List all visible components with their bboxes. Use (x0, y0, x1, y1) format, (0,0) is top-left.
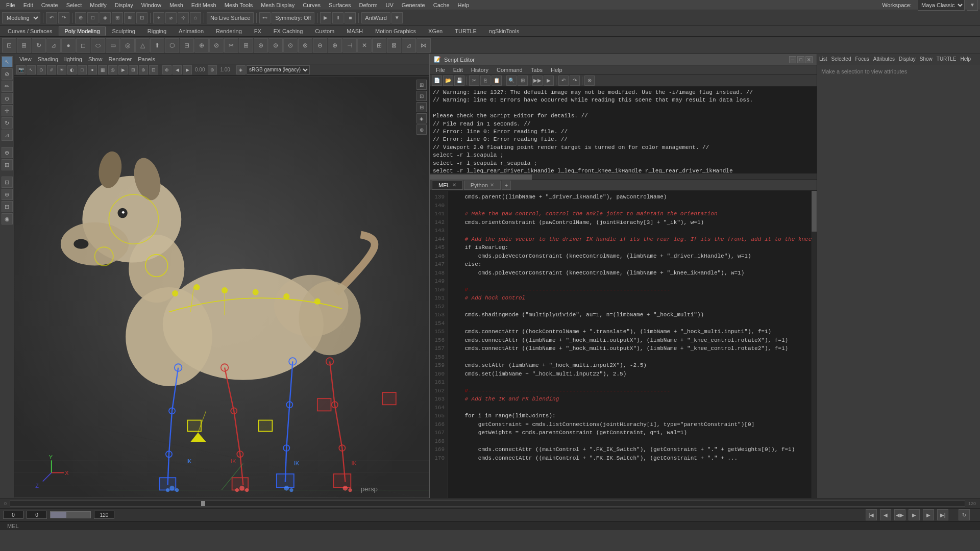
tab-poly-modeling[interactable]: Poly Modeling (59, 27, 105, 36)
se-right-scrollbar[interactable] (812, 191, 817, 498)
tool-show-manip[interactable]: ⊡ (2, 177, 13, 188)
timeline-bar[interactable] (10, 500, 965, 507)
shelf-icon-scale[interactable]: ⊿ (46, 38, 61, 53)
tab-curves-surfaces[interactable]: Curves / Surfaces (2, 27, 58, 35)
timeline-thumb[interactable] (201, 501, 205, 506)
tool-scale[interactable]: ⊿ (2, 130, 13, 141)
attr-tab-attributes[interactable]: Attributes (873, 56, 895, 62)
menu-edit[interactable]: Edit (19, 2, 37, 8)
menu-display[interactable]: Display (111, 2, 137, 8)
vp-side-icon5[interactable]: ⊕ (416, 124, 427, 135)
vp-grid-icon[interactable]: # (47, 65, 56, 74)
symmetry-btn[interactable]: Symmetry: Off (272, 12, 314, 23)
se-tb-undo[interactable]: ↶ (558, 76, 569, 86)
se-scrollbar-h[interactable] (430, 173, 817, 180)
frame-start-input[interactable] (3, 511, 23, 519)
prev-frame-btn[interactable]: ◀ (880, 509, 891, 520)
frame-current-input[interactable] (27, 511, 47, 519)
attr-tab-display[interactable]: Display (899, 56, 916, 62)
shelf-icon-wedge[interactable]: ⋈ (416, 38, 431, 53)
shelf-icon-poly-torus[interactable]: ◎ (120, 38, 135, 53)
goto-start-btn[interactable]: |◀ (866, 509, 877, 520)
shelf-icon-multi-cut[interactable]: ✂ (224, 38, 238, 53)
goto-end-btn[interactable]: ▶| (937, 509, 948, 520)
menu-window[interactable]: Window (137, 2, 165, 8)
viewport-menu-panels[interactable]: Panels (136, 56, 157, 62)
shelf-icon-rotate[interactable]: ↻ (32, 38, 46, 53)
tb-icon4[interactable]: ⊞ (112, 12, 123, 23)
vp-camera-icon[interactable]: 📷 (16, 65, 26, 74)
menu-deform[interactable]: Deform (355, 2, 381, 8)
vp-side-icon3[interactable]: ⊟ (416, 102, 427, 112)
menu-mesh-display[interactable]: Mesh Display (257, 2, 299, 8)
menu-surfaces[interactable]: Surfaces (325, 2, 355, 8)
shelf-icon-smooth[interactable]: ⊙ (283, 38, 298, 53)
vp-side-icon1[interactable]: ⊞ (416, 80, 427, 90)
frame-end-input[interactable] (94, 511, 114, 519)
viewport-canvas[interactable]: IK IK (14, 77, 429, 498)
se-scrollbar-thumb[interactable] (812, 191, 817, 232)
vp-zoom-icon[interactable]: ⊕ (208, 65, 217, 74)
tab-mash[interactable]: MASH (341, 27, 369, 35)
shelf-icon-poly-cylinder[interactable]: ⬭ (91, 38, 105, 53)
renderer-arrow[interactable]: ▼ (391, 12, 403, 23)
shelf-icon-bridge[interactable]: ⊟ (180, 38, 194, 53)
menu-create[interactable]: Create (37, 2, 62, 8)
vp-abs-icon[interactable]: ⊟ (149, 65, 158, 74)
tb-stop-btn[interactable]: ■ (345, 12, 356, 23)
tab-custom[interactable]: Custom (309, 27, 340, 35)
se-tb-replace[interactable]: ⊞ (518, 76, 528, 86)
tab-rigging[interactable]: Rigging (142, 27, 172, 35)
attr-tab-selected[interactable]: Selected (831, 56, 851, 62)
vp-wireframe-icon[interactable]: □ (78, 65, 87, 74)
shelf-icon-poly-sphere[interactable]: ● (61, 38, 76, 53)
viewport-menu-show[interactable]: Show (86, 56, 105, 62)
vp-isolate-icon[interactable]: ⊙ (37, 65, 46, 74)
shelf-icon-combine[interactable]: ⊗ (298, 38, 312, 53)
tab-sculpting[interactable]: Sculpting (107, 27, 141, 35)
vp-prev-view-icon[interactable]: ◀ (173, 65, 182, 74)
shelf-icon-poly-cone[interactable]: △ (135, 38, 150, 53)
mode-dropdown[interactable]: Modeling (2, 12, 40, 23)
tab-turtle[interactable]: TURTLE (449, 27, 482, 35)
vp-light-icon[interactable]: ☀ (57, 65, 66, 74)
se-tab-mel-close[interactable]: ✕ (452, 182, 456, 188)
shelf-icon-poke[interactable]: ⊿ (402, 38, 416, 53)
tool-sculpt[interactable]: ⊙ (2, 93, 13, 104)
se-code-content[interactable]: cmds.parent((limbName + "_driver_ikHandl… (448, 191, 812, 498)
tool-select[interactable]: ↖ (2, 56, 13, 67)
tool-move[interactable]: ✛ (2, 105, 13, 116)
shelf-icon-bevel[interactable]: ⬡ (165, 38, 179, 53)
tb-icon8[interactable]: ⌀ (165, 12, 177, 23)
se-tab-python-close[interactable]: ✕ (490, 182, 494, 188)
viewport-menu-shading[interactable]: Shading (36, 56, 60, 62)
tb-icon3[interactable]: ◈ (100, 12, 111, 23)
tb-icon5[interactable]: ≋ (124, 12, 135, 23)
tb-icon9[interactable]: ⊹ (178, 12, 189, 23)
shelf-icon-duplicate-face[interactable]: ⊠ (387, 38, 401, 53)
live-surface-btn[interactable]: No Live Surface (207, 12, 254, 23)
se-tb-clear[interactable]: ⊗ (584, 76, 595, 86)
se-tb-copy[interactable]: ⎘ (480, 76, 491, 86)
se-scrollbar-h-thumb[interactable] (430, 174, 532, 180)
se-tb-cut[interactable]: ✂ (469, 76, 479, 86)
attr-tab-turtle[interactable]: TURTLE (937, 56, 957, 62)
shelf-icon-boolean[interactable]: ⊕ (328, 38, 342, 53)
shelf-icon-merge[interactable]: ⊜ (268, 38, 283, 53)
shelf-icon-append[interactable]: ⊞ (372, 38, 386, 53)
tb-icon1[interactable]: ⊕ (75, 12, 86, 23)
tool-camera[interactable]: ◉ (2, 213, 13, 224)
tb-icon10[interactable]: ⌂ (190, 12, 201, 23)
vp-side-icon2[interactable]: ⊡ (416, 91, 427, 101)
vp-side-icon4[interactable]: ◈ (416, 113, 427, 123)
attr-tab-focus[interactable]: Focus (855, 56, 869, 62)
vp-shadow-icon[interactable]: ◐ (67, 65, 77, 74)
tb-icon2[interactable]: □ (87, 12, 99, 23)
menu-cache[interactable]: Cache (429, 2, 454, 8)
undo-btn[interactable]: ↶ (46, 12, 57, 23)
play-fwd-btn[interactable]: ▶ (909, 509, 920, 520)
vp-colorspace-icon[interactable]: ◈ (236, 65, 246, 74)
vp-ao-icon[interactable]: ◎ (108, 65, 117, 74)
menu-mesh[interactable]: Mesh (165, 2, 187, 8)
se-menu-edit[interactable]: Edit (449, 67, 467, 73)
